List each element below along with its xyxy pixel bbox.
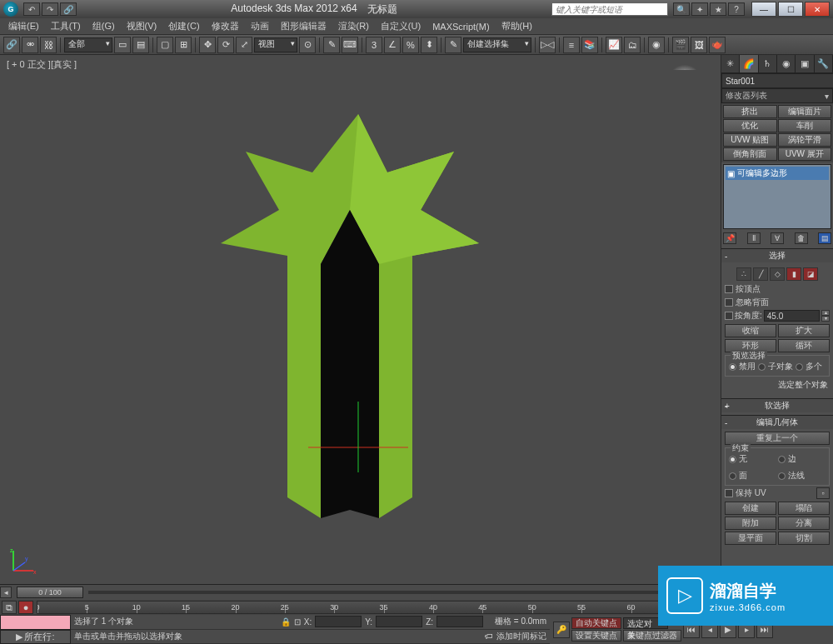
rendered-frame-icon[interactable]: 🖼 xyxy=(691,37,707,53)
spin-up[interactable]: ▴ xyxy=(821,310,830,316)
mod-btn-turbosmooth[interactable]: 涡轮平滑 xyxy=(778,133,832,147)
selection-filter[interactable]: 全部 xyxy=(64,37,112,52)
macro-recorder[interactable] xyxy=(0,615,71,630)
subobj-vertex-icon[interactable]: ∴ xyxy=(736,267,751,281)
qat-redo[interactable]: ↷ xyxy=(42,2,58,16)
rollout-editgeo[interactable]: 编辑几何体 xyxy=(721,416,833,429)
btn-grow[interactable]: 扩大 xyxy=(778,324,830,337)
align-icon[interactable]: ≡ xyxy=(563,37,580,53)
mod-btn-uvwmap[interactable]: UVW 贴图 xyxy=(723,133,777,147)
menu-create[interactable]: 创建(C) xyxy=(163,18,204,34)
menu-maxscript[interactable]: MAXScript(M) xyxy=(427,20,494,33)
scale-icon[interactable]: ⤢ xyxy=(236,37,252,53)
radio-multi[interactable] xyxy=(796,363,803,371)
trackbar-toggle[interactable]: ⧉ xyxy=(2,601,17,614)
add-time-tag[interactable]: 添加时间标记 xyxy=(496,631,546,642)
spin-down[interactable]: ▾ xyxy=(821,316,830,322)
mod-btn-bevelprofile[interactable]: 倒角剖面 xyxy=(723,147,777,161)
snap-icon[interactable]: 3 xyxy=(366,37,382,53)
keyboard-icon[interactable]: ⌨ xyxy=(342,37,358,53)
coord-z[interactable] xyxy=(436,616,483,627)
mod-btn-lathe[interactable]: 车削 xyxy=(778,119,832,132)
preserve-uv-settings[interactable]: ▫ xyxy=(816,487,830,499)
pivot-icon[interactable]: ⊙ xyxy=(299,37,316,53)
menu-grapheditors[interactable]: 图形编辑器 xyxy=(276,18,332,34)
tab-modify[interactable]: 🌈 xyxy=(740,55,758,72)
chk-preserveuv[interactable] xyxy=(725,489,733,497)
select-icon[interactable]: ▭ xyxy=(114,37,131,53)
minimize-button[interactable]: — xyxy=(751,2,776,17)
rotate-icon[interactable]: ⟳ xyxy=(217,37,234,53)
btn-loop[interactable]: 循环 xyxy=(778,339,830,352)
window-cross-icon[interactable]: ⊞ xyxy=(175,37,192,53)
mod-btn-editpatch[interactable]: 编辑面片 xyxy=(778,105,832,118)
menu-views[interactable]: 视图(V) xyxy=(122,18,162,34)
stack-item-editable-poly[interactable]: ▣ 可编辑多边形 xyxy=(726,167,829,180)
mod-btn-uvwunwrap[interactable]: UVW 展开 xyxy=(778,147,832,161)
tab-display[interactable]: ▣ xyxy=(796,55,814,72)
unlink-icon[interactable]: ⚮ xyxy=(22,37,38,53)
named-selection-set[interactable]: 创建选择集 xyxy=(463,37,531,52)
material-editor-icon[interactable]: ◉ xyxy=(648,37,665,53)
radio-none[interactable] xyxy=(729,456,736,463)
btn-sliceplane[interactable]: 显平面 xyxy=(725,532,776,545)
curve-editor-icon[interactable]: 📈 xyxy=(606,37,622,53)
show-end-icon[interactable]: Ⅱ xyxy=(747,232,761,244)
mod-btn-optimize[interactable]: 优化 xyxy=(723,119,777,132)
lock-icon[interactable]: 🔒 xyxy=(281,617,291,627)
angle-snap-icon[interactable]: ∠ xyxy=(384,37,401,53)
coord-x[interactable] xyxy=(315,616,362,627)
subobj-border-icon[interactable]: ◇ xyxy=(770,267,785,281)
btn-attach[interactable]: 附加 xyxy=(725,517,776,530)
infocenter-4[interactable]: ? xyxy=(728,2,745,16)
infocenter-2[interactable]: ✦ xyxy=(691,2,708,16)
coord-y[interactable] xyxy=(376,616,422,627)
close-button[interactable]: ✕ xyxy=(805,2,830,17)
btn-shrink[interactable]: 收缩 xyxy=(725,324,776,337)
pin-stack-icon[interactable]: 📌 xyxy=(723,232,736,244)
menu-tools[interactable]: 工具(T) xyxy=(46,18,86,34)
trackbar-key-icon[interactable]: ● xyxy=(18,601,33,614)
modifier-list[interactable]: 修改器列表▾ xyxy=(721,88,833,103)
tab-motion[interactable]: ◉ xyxy=(777,55,796,72)
subobj-element-icon[interactable]: ◪ xyxy=(803,267,818,281)
btn-create[interactable]: 创建 xyxy=(725,502,776,515)
help-search[interactable] xyxy=(551,2,668,16)
percent-snap-icon[interactable]: % xyxy=(402,37,419,53)
bind-icon[interactable]: ⛓ xyxy=(40,37,57,53)
menu-edit[interactable]: 编辑(E) xyxy=(3,18,44,34)
spinner-snap-icon[interactable]: ⬍ xyxy=(421,37,437,53)
angle-spinner[interactable]: 45.0 xyxy=(764,310,820,322)
maximize-button[interactable]: ☐ xyxy=(778,2,803,17)
remove-mod-icon[interactable]: 🗑 xyxy=(795,232,808,244)
key-icon[interactable]: 🔑 xyxy=(553,622,570,638)
radio-disable[interactable] xyxy=(729,363,736,371)
unique-icon[interactable]: ∀ xyxy=(771,232,784,244)
menu-group[interactable]: 组(G) xyxy=(87,18,120,34)
radio-edge[interactable] xyxy=(778,456,786,463)
app-icon[interactable]: G xyxy=(3,2,18,17)
named-sel-edit-icon[interactable]: ✎ xyxy=(445,37,461,53)
btn-collapse[interactable]: 塌陷 xyxy=(778,502,830,515)
setkey-button[interactable]: 设置关键点 xyxy=(571,630,621,642)
tab-utilities[interactable]: 🔧 xyxy=(815,55,833,72)
chk-byvertex[interactable] xyxy=(725,285,733,293)
qat-link[interactable]: 🔗 xyxy=(60,2,77,16)
render-setup-icon[interactable]: 🎬 xyxy=(672,37,689,53)
radio-face[interactable] xyxy=(729,472,736,480)
subobj-edge-icon[interactable]: ╱ xyxy=(753,267,768,281)
radio-normal[interactable] xyxy=(778,472,786,480)
schematic-icon[interactable]: 🗂 xyxy=(624,37,641,53)
menu-customize[interactable]: 自定义(U) xyxy=(376,18,426,34)
autokey-button[interactable]: 自动关键点 xyxy=(571,617,621,629)
rect-select-icon[interactable]: ▢ xyxy=(157,37,173,53)
tab-hierarchy[interactable]: ♄ xyxy=(759,55,777,72)
refcoord-combo[interactable]: 视图 xyxy=(254,37,297,52)
radio-subobj[interactable] xyxy=(758,363,766,371)
rollout-softselection[interactable]: +软选择 xyxy=(721,399,833,412)
mirror-icon[interactable]: ▷◁ xyxy=(539,37,556,53)
scene-object-star[interactable] xyxy=(219,106,502,506)
move-icon[interactable]: ✥ xyxy=(199,37,216,53)
infocenter-1[interactable]: 🔍 xyxy=(673,2,690,16)
link-icon[interactable]: 🔗 xyxy=(3,37,20,53)
